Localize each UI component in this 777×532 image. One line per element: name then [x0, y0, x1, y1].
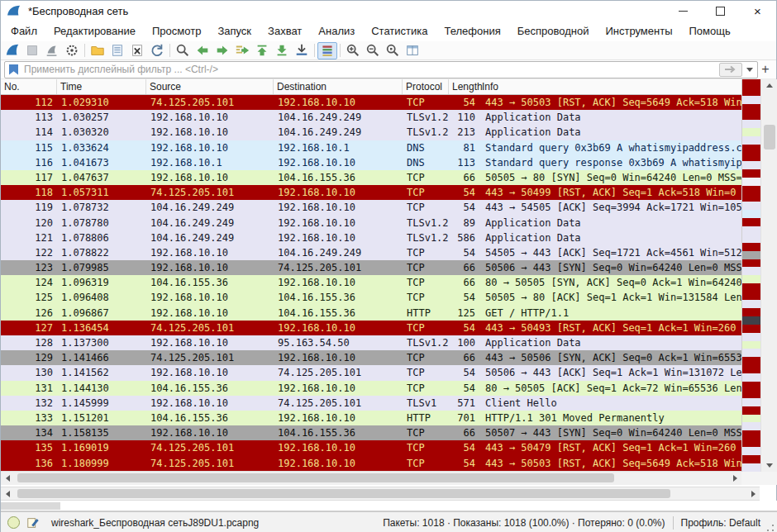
apply-filter-button[interactable]: [719, 63, 742, 77]
packet-row[interactable]: 1131.030257192.168.10.10104.16.249.249TL…: [1, 110, 741, 125]
packet-row[interactable]: 1341.158135192.168.10.10104.16.155.36TCP…: [1, 425, 741, 440]
packet-row[interactable]: 1121.02931074.125.205.101192.168.10.10TC…: [1, 95, 741, 110]
pane-splitter-handle[interactable]: [1, 502, 60, 510]
packet-row[interactable]: 1141.030320192.168.10.10104.16.249.249TL…: [1, 125, 741, 140]
colorize-packets-button[interactable]: [317, 42, 337, 59]
packet-row[interactable]: 1191.078732104.16.249.249192.168.10.10TC…: [1, 200, 741, 215]
scroll-up-button[interactable]: [761, 79, 777, 92]
packet-row[interactable]: 1331.151201104.16.155.36192.168.10.10HTT…: [1, 411, 741, 425]
column-header-source[interactable]: Source: [146, 79, 274, 94]
maximize-icon: [716, 7, 725, 16]
reload-file-button[interactable]: [147, 42, 167, 59]
hscrollbar-thumb[interactable]: [17, 489, 670, 498]
close-button[interactable]: ×: [739, 1, 776, 21]
packet-row[interactable]: 1351.16901974.125.205.101192.168.10.10TC…: [1, 440, 741, 455]
open-file-button[interactable]: [88, 42, 107, 59]
packet-row[interactable]: 1171.047637192.168.10.10104.16.155.36TCP…: [1, 170, 741, 185]
resize-columns-button[interactable]: [403, 42, 422, 59]
cell-destination: 192.168.10.10: [274, 350, 403, 365]
save-file-button[interactable]: [107, 42, 127, 59]
display-filter-field[interactable]: [4, 61, 758, 78]
zoom-original-button[interactable]: [383, 42, 403, 59]
stop-capture-button[interactable]: [22, 42, 42, 59]
previous-packet-button[interactable]: [193, 42, 212, 59]
packet-row[interactable]: 1241.096319104.16.155.36192.168.10.10TCP…: [1, 275, 741, 290]
scroll-right-button[interactable]: [746, 487, 760, 500]
menu-edit[interactable]: Редактирование: [45, 21, 144, 41]
cell-time: 1.041673: [57, 155, 146, 170]
minimap[interactable]: [741, 79, 760, 472]
lower-pane-hscrollbar[interactable]: [1, 487, 760, 501]
packet-row[interactable]: 1361.18099974.125.205.101192.168.10.10TC…: [1, 456, 741, 471]
display-filter-input[interactable]: [22, 63, 719, 76]
packet-list-hscrollbar[interactable]: [1, 471, 741, 485]
vertical-scrollbar[interactable]: [760, 79, 777, 472]
cell-length: 110: [449, 110, 479, 125]
filter-bookmark-icon[interactable]: [9, 64, 18, 75]
add-filter-button[interactable]: +: [758, 62, 773, 77]
scroll-down-button[interactable]: [761, 459, 777, 472]
packet-row[interactable]: 1251.096408192.168.10.10104.16.155.36TCP…: [1, 290, 741, 305]
packet-row[interactable]: 1271.13645474.125.205.101192.168.10.10TC…: [1, 321, 741, 335]
menu-tools[interactable]: Инструменты: [597, 21, 680, 41]
hscrollbar-thumb[interactable]: [17, 473, 614, 482]
packet-row[interactable]: 1211.078806104.16.249.249192.168.10.10TL…: [1, 230, 741, 245]
packet-row[interactable]: 1221.078822192.168.10.10104.16.249.249TC…: [1, 245, 741, 260]
column-header-length[interactable]: Length: [449, 79, 479, 94]
expert-info-icon[interactable]: [7, 516, 20, 529]
close-file-button[interactable]: [127, 42, 147, 59]
menu-file[interactable]: Файл: [2, 21, 45, 41]
last-packet-button[interactable]: [272, 42, 292, 59]
menu-wireless[interactable]: Беспроводной: [509, 21, 598, 41]
cell-destination: 192.168.10.10: [274, 456, 403, 471]
packet-row[interactable]: 1281.137300192.168.10.1095.163.54.50TLSv…: [1, 335, 741, 350]
menu-go[interactable]: Запуск: [209, 21, 260, 41]
packet-row[interactable]: 1151.033624192.168.10.10192.168.10.1DNS8…: [1, 140, 741, 155]
scroll-left-button[interactable]: [1, 487, 14, 500]
column-header-no[interactable]: No.: [1, 79, 57, 94]
packet-row[interactable]: 1201.078780104.16.249.249192.168.10.10TL…: [1, 216, 741, 230]
first-packet-button[interactable]: [252, 42, 272, 59]
column-header-time[interactable]: Time: [57, 79, 146, 94]
packet-row[interactable]: 1301.141562192.168.10.1074.125.205.101TC…: [1, 365, 741, 380]
menu-analyze[interactable]: Анализ: [310, 21, 363, 41]
cell-protocol: TCP: [403, 321, 449, 335]
zoom-out-button[interactable]: [363, 42, 383, 59]
maximize-button[interactable]: [702, 1, 739, 21]
packet-row[interactable]: 1261.096867192.168.10.10104.16.155.36HTT…: [1, 306, 741, 321]
minimize-button[interactable]: [665, 1, 702, 21]
profile-label[interactable]: Профиль: Default: [681, 517, 761, 529]
packet-row[interactable]: 1321.145999192.168.10.1074.125.205.101TL…: [1, 396, 741, 411]
packet-row[interactable]: 1291.14146674.125.205.101192.168.10.10TC…: [1, 350, 741, 365]
packet-row[interactable]: 1181.05731174.125.205.101192.168.10.10TC…: [1, 185, 741, 200]
menu-telephony[interactable]: Телефония: [436, 21, 508, 41]
find-packet-button[interactable]: [173, 42, 193, 59]
resize-grip[interactable]: [765, 523, 775, 532]
menu-capture[interactable]: Захват: [260, 21, 310, 41]
menu-view[interactable]: Просмотр: [144, 21, 209, 41]
scroll-right-button[interactable]: [728, 472, 741, 485]
go-to-packet-button[interactable]: [232, 42, 252, 59]
next-packet-button[interactable]: [212, 42, 232, 59]
cell-time: 1.136454: [57, 321, 146, 335]
menu-help[interactable]: Помощь: [681, 21, 739, 41]
zoom-in-button[interactable]: [343, 42, 363, 59]
vertical-scrollbar-thumb[interactable]: [764, 125, 775, 150]
column-header-info[interactable]: Info: [479, 79, 741, 94]
packet-row[interactable]: 1161.041673192.168.10.1192.168.10.10DNS1…: [1, 155, 741, 170]
packet-list[interactable]: 1121.02931074.125.205.101192.168.10.10TC…: [1, 95, 741, 471]
start-capture-button[interactable]: [2, 42, 22, 59]
scroll-left-button[interactable]: [1, 472, 14, 485]
capture-file-name[interactable]: wireshark_Беспроводная сетьJ89DU1.pcapng: [51, 517, 259, 529]
column-header-protocol[interactable]: Protocol: [403, 79, 449, 94]
packet-row[interactable]: 1311.144130104.16.155.36192.168.10.10TCP…: [1, 381, 741, 396]
capture-options-button[interactable]: [62, 42, 82, 59]
filter-history-dropdown[interactable]: [745, 64, 755, 76]
column-header-destination[interactable]: Destination: [274, 79, 403, 94]
cell-destination: 192.168.10.10: [274, 155, 403, 170]
packet-row[interactable]: 1231.079985192.168.10.1074.125.205.101TC…: [1, 260, 741, 275]
menu-statistics[interactable]: Статистика: [363, 21, 436, 41]
auto-scroll-button[interactable]: [292, 42, 312, 59]
annotation-icon[interactable]: [26, 516, 40, 530]
restart-capture-button[interactable]: [42, 42, 62, 59]
